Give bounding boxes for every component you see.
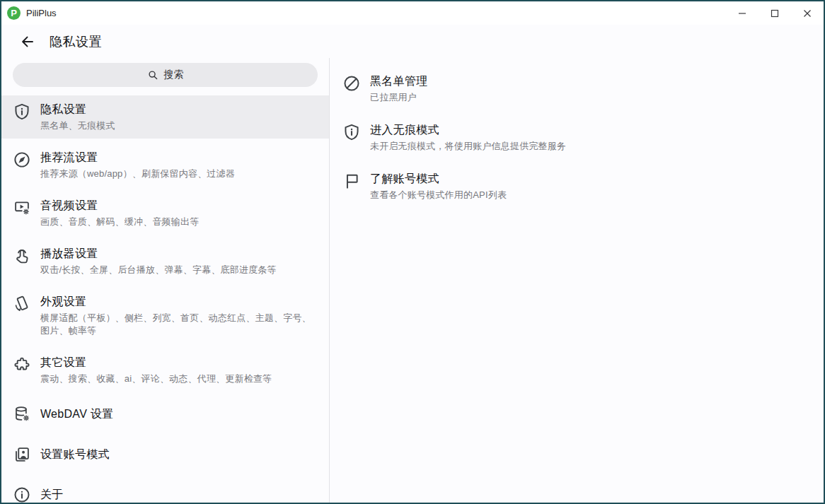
sidebar-item[interactable]: 推荐流设置 推荐来源（web/app）、刷新保留内容、过滤器 xyxy=(1,143,329,187)
item-title: 音视频设置 xyxy=(40,198,199,213)
minimize-button[interactable] xyxy=(726,1,758,25)
search-placeholder: 搜索 xyxy=(164,69,184,81)
item-subtitle: 黑名单、无痕模式 xyxy=(40,119,115,132)
item-title: 推荐流设置 xyxy=(40,150,235,165)
item-title: 了解账号模式 xyxy=(370,171,507,187)
title-bar: P PiliPlus xyxy=(1,1,824,25)
privacy-shield-icon xyxy=(13,102,31,121)
back-button[interactable] xyxy=(16,30,40,54)
maximize-icon xyxy=(771,9,779,18)
block-icon xyxy=(342,74,361,93)
app-window: P PiliPlus 隐私设置 搜索 xyxy=(0,0,825,504)
sidebar-item[interactable]: 其它设置 震动、搜索、收藏、ai、评论、动态、代理、更新检查等 xyxy=(1,348,329,392)
page-title: 隐私设置 xyxy=(50,33,102,50)
item-title: 设置账号模式 xyxy=(40,447,110,462)
flag-icon xyxy=(342,172,361,190)
sidebar-item[interactable]: 播放器设置 双击/长按、全屏、后台播放、弹幕、字幕、底部进度条等 xyxy=(1,240,329,283)
detail-item[interactable]: 进入无痕模式 未开启无痕模式，将使用账户信息提供完整服务 xyxy=(330,116,824,159)
privacy-shield-icon xyxy=(342,123,361,141)
puzzle-icon xyxy=(13,356,31,374)
settings-sidebar: 搜索 隐私设置 黑名单、无痕模式 推荐流设置 推荐来源（web/app）、刷新保… xyxy=(1,58,330,503)
window-controls xyxy=(726,1,824,25)
sidebar-item[interactable]: 音视频设置 画质、音质、解码、缓冲、音频输出等 xyxy=(1,192,329,235)
item-subtitle: 横屏适配（平板）、侧栏、列宽、首页、动态红点、主题、字号、图片、帧率等 xyxy=(40,312,318,337)
sidebar-item[interactable]: 关于 xyxy=(1,477,329,503)
logo-letter: P xyxy=(11,8,17,18)
search-input[interactable]: 搜索 xyxy=(13,63,318,87)
search-icon xyxy=(147,69,159,81)
content-area: 搜索 隐私设置 黑名单、无痕模式 推荐流设置 推荐来源（web/app）、刷新保… xyxy=(1,58,824,503)
sidebar-item[interactable]: WebDAV 设置 xyxy=(1,397,329,432)
detail-item[interactable]: 黑名单管理 已拉黑用户 xyxy=(330,67,824,110)
detail-item[interactable]: 了解账号模式 查看各个账号模式作用的API列表 xyxy=(330,165,824,208)
video-settings-icon xyxy=(13,199,31,217)
item-subtitle: 双击/长按、全屏、后台播放、弹幕、字幕、底部进度条等 xyxy=(40,264,277,276)
sidebar-list: 隐私设置 黑名单、无痕模式 推荐流设置 推荐来源（web/app）、刷新保留内容… xyxy=(1,95,329,503)
close-icon xyxy=(803,9,812,18)
item-subtitle: 已拉黑用户 xyxy=(370,91,428,104)
item-subtitle: 未开启无痕模式，将使用账户信息提供完整服务 xyxy=(370,140,566,153)
sidebar-item[interactable]: 隐私设置 黑名单、无痕模式 xyxy=(1,95,329,139)
account-card-icon xyxy=(13,445,31,464)
app-logo-icon: P xyxy=(7,6,21,20)
minimize-icon xyxy=(738,9,746,18)
item-subtitle: 查看各个账号模式作用的API列表 xyxy=(370,189,507,201)
sidebar-item[interactable]: 外观设置 横屏适配（平板）、侧栏、列宽、首页、动态红点、主题、字号、图片、帧率等 xyxy=(1,288,329,344)
item-title: 进入无痕模式 xyxy=(370,122,566,138)
item-title: 播放器设置 xyxy=(40,246,277,262)
close-button[interactable] xyxy=(791,1,824,25)
screen-rotation-icon xyxy=(13,295,31,313)
app-title: PiliPlus xyxy=(26,8,57,18)
item-title: 外观设置 xyxy=(40,294,318,310)
info-icon xyxy=(13,486,31,503)
item-subtitle: 画质、音质、解码、缓冲、音频输出等 xyxy=(40,216,199,228)
touch-gesture-icon xyxy=(13,247,31,265)
page-header: 隐私设置 xyxy=(1,25,824,58)
sidebar-item[interactable]: 设置账号模式 xyxy=(1,437,329,472)
item-subtitle: 推荐来源（web/app）、刷新保留内容、过滤器 xyxy=(40,168,235,180)
compass-icon xyxy=(13,151,31,169)
item-title: 其它设置 xyxy=(40,355,272,370)
item-title: WebDAV 设置 xyxy=(40,406,113,422)
item-subtitle: 震动、搜索、收藏、ai、评论、动态、代理、更新检查等 xyxy=(40,373,272,385)
webdav-database-icon xyxy=(13,405,31,423)
item-title: 关于 xyxy=(40,487,64,503)
item-title: 隐私设置 xyxy=(40,102,115,117)
detail-list: 黑名单管理 已拉黑用户 进入无痕模式 未开启无痕模式，将使用账户信息提供完整服务… xyxy=(330,67,824,208)
item-title: 黑名单管理 xyxy=(370,74,428,89)
back-arrow-icon xyxy=(20,34,35,49)
maximize-button[interactable] xyxy=(758,1,791,25)
detail-panel: 黑名单管理 已拉黑用户 进入无痕模式 未开启无痕模式，将使用账户信息提供完整服务… xyxy=(330,58,824,503)
